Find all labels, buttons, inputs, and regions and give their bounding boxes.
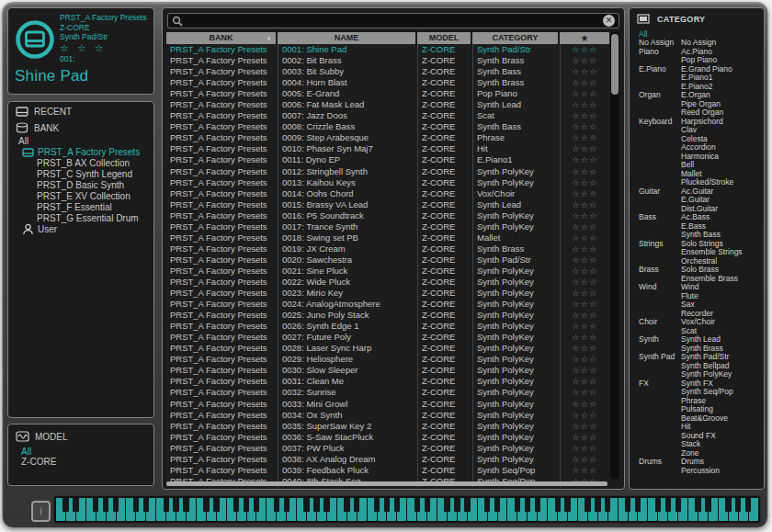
- piano-key-black[interactable]: [133, 498, 139, 512]
- piano-key-black[interactable]: [183, 498, 188, 512]
- piano-key-black[interactable]: [585, 498, 590, 512]
- vertical-scrollbar-thumb[interactable]: [611, 34, 619, 95]
- piano-key-white[interactable]: [648, 498, 657, 521]
- table-row[interactable]: PRST_A Factory Presets0005: E-GrandZ-COR…: [166, 88, 609, 99]
- table-row[interactable]: PRST_A Factory Presets0032: SunriseZ-COR…: [166, 387, 609, 398]
- category-sub-item[interactable]: Beat&Groove: [681, 414, 762, 424]
- piano-key-black[interactable]: [344, 498, 349, 512]
- piano-key-black[interactable]: [655, 498, 661, 512]
- cell-stars[interactable]: ☆☆☆: [560, 143, 609, 154]
- column-header-model[interactable]: MODEL: [417, 32, 471, 44]
- sidebar-bank-item[interactable]: PRST_C Synth Legend: [22, 169, 152, 180]
- table-row[interactable]: PRST_A Factory Presets0004: Horn BlastZ-…: [166, 77, 609, 88]
- piano-key-black[interactable]: [625, 498, 630, 512]
- table-row[interactable]: PRST_A Factory Presets0036: S-Saw StacPl…: [166, 432, 609, 443]
- sidebar-item-bank[interactable]: BANK: [16, 122, 59, 133]
- clear-search-icon[interactable]: ✕: [603, 15, 615, 27]
- cell-stars[interactable]: ☆☆☆: [560, 77, 609, 88]
- piano-key-white[interactable]: [267, 498, 276, 521]
- cell-stars[interactable]: ☆☆☆: [560, 255, 609, 266]
- piano-key-white[interactable]: [156, 498, 165, 521]
- category-group-label[interactable]: Wind: [639, 283, 681, 318]
- search-input[interactable]: [187, 15, 599, 27]
- piano-key-white[interactable]: [197, 498, 206, 521]
- table-row[interactable]: PRST_A Factory Presets0031: Clean MeZ-CO…: [166, 376, 609, 387]
- table-row[interactable]: PRST_A Factory Presets0006: Fat Mask Lea…: [166, 99, 609, 110]
- cell-stars[interactable]: ☆☆☆: [560, 310, 609, 321]
- cell-stars[interactable]: ☆☆☆: [560, 387, 609, 398]
- cell-stars[interactable]: ☆☆☆: [560, 399, 609, 410]
- piano-key-black[interactable]: [394, 498, 400, 512]
- sidebar-bank-item[interactable]: PRST_D Basic Synth: [22, 180, 152, 191]
- table-row[interactable]: PRST_A Factory Presets0010: Phaser Syn M…: [166, 143, 609, 154]
- cell-stars[interactable]: ☆☆☆: [560, 376, 609, 387]
- cell-stars[interactable]: ☆☆☆: [560, 421, 609, 432]
- cell-stars[interactable]: ☆☆☆: [560, 410, 609, 421]
- cell-stars[interactable]: ☆☆☆: [560, 266, 609, 277]
- piano-key-black[interactable]: [676, 498, 681, 512]
- category-group-label[interactable]: Organ: [639, 91, 681, 118]
- piano-key-black[interactable]: [164, 498, 169, 512]
- table-row[interactable]: PRST_A Factory Presets0007: Jazz DoosZ-C…: [166, 110, 609, 121]
- piano-key-black[interactable]: [103, 498, 108, 512]
- piano-key-black[interactable]: [274, 498, 279, 512]
- column-header-category[interactable]: CATEGORY: [472, 32, 558, 44]
- sidebar-bank-item[interactable]: PRST_A Factory Presets: [22, 147, 152, 158]
- piano-key-white[interactable]: [86, 498, 96, 521]
- table-row[interactable]: PRST_A Factory Presets0020: SawchestraZ-…: [166, 255, 609, 266]
- piano-key-black[interactable]: [705, 498, 710, 512]
- table-row[interactable]: PRST_A Factory Presets0017: Trance Synth…: [166, 221, 609, 232]
- table-row[interactable]: PRST_A Factory Presets0037: PW PluckZ-CO…: [166, 443, 609, 454]
- piano-key-black[interactable]: [635, 498, 641, 512]
- table-row[interactable]: PRST_A Factory Presets0033: Mini GrowlZ-…: [166, 399, 609, 410]
- piano-key-black[interactable]: [203, 498, 209, 512]
- table-row[interactable]: PRST_A Factory Presets0003: Bit SubbyZ-C…: [166, 66, 609, 77]
- cell-stars[interactable]: ☆☆☆: [560, 154, 609, 165]
- cell-stars[interactable]: ☆☆☆: [560, 465, 609, 476]
- piano-key-black[interactable]: [464, 498, 470, 512]
- table-row[interactable]: PRST_A Factory Presets0028: Laser Sync H…: [166, 343, 609, 354]
- piano-key-black[interactable]: [213, 498, 219, 512]
- table-row[interactable]: PRST_A Factory Presets0013: Kaihou KeysZ…: [166, 177, 609, 188]
- piano-key-black[interactable]: [414, 498, 420, 512]
- category-group-label[interactable]: Bass: [639, 213, 681, 240]
- column-header-bank[interactable]: BANK ∧: [166, 32, 276, 44]
- category-group-label[interactable]: Piano: [639, 48, 681, 65]
- piano-key-black[interactable]: [62, 498, 68, 512]
- piano-key-white[interactable]: [688, 498, 698, 521]
- piano-key-black[interactable]: [233, 498, 239, 512]
- category-group-label[interactable]: Brass: [639, 266, 681, 283]
- table-row[interactable]: PRST_A Factory Presets0022: Wide PluckZ-…: [166, 277, 609, 288]
- cell-stars[interactable]: ☆☆☆: [560, 177, 609, 188]
- table-row[interactable]: PRST_A Factory Presets0027: Future PolyZ…: [166, 332, 609, 343]
- category-group-label[interactable]: E.Piano: [639, 65, 681, 92]
- table-row[interactable]: PRST_A Factory Presets0001: Shine PadZ-C…: [166, 44, 609, 55]
- cell-stars[interactable]: ☆☆☆: [560, 321, 609, 332]
- table-row[interactable]: PRST_A Factory Presets0021: Sine PluckZ-…: [166, 266, 609, 277]
- table-row[interactable]: PRST_A Factory Presets0009: Step Arabesq…: [166, 132, 609, 143]
- sidebar-item-user[interactable]: User: [22, 223, 57, 235]
- piano-key-black[interactable]: [494, 498, 500, 512]
- cell-stars[interactable]: ☆☆☆: [560, 132, 609, 143]
- bank-filter-all[interactable]: All: [18, 136, 28, 146]
- category-group-label[interactable]: FX: [639, 379, 681, 458]
- piano-key-white[interactable]: [297, 498, 306, 521]
- piano-key-black[interactable]: [173, 498, 178, 512]
- category-group-label[interactable]: Synth: [639, 335, 681, 353]
- cell-stars[interactable]: ☆☆☆: [560, 354, 609, 365]
- table-row[interactable]: PRST_A Factory Presets0008: Crizzle Bass…: [166, 121, 609, 132]
- cell-stars[interactable]: ☆☆☆: [560, 454, 609, 465]
- cell-stars[interactable]: ☆☆☆: [560, 210, 609, 221]
- piano-key-black[interactable]: [595, 498, 600, 512]
- piano-key-black[interactable]: [425, 498, 430, 512]
- cell-stars[interactable]: ☆☆☆: [560, 110, 609, 121]
- cell-stars[interactable]: ☆☆☆: [560, 443, 609, 454]
- table-row[interactable]: PRST_A Factory Presets0018: Swing set PB…: [166, 232, 609, 243]
- piano-key-black[interactable]: [535, 498, 540, 512]
- cell-stars[interactable]: ☆☆☆: [560, 232, 609, 243]
- cell-stars[interactable]: ☆☆☆: [560, 432, 609, 443]
- piano-key-black[interactable]: [354, 498, 359, 512]
- table-row[interactable]: PRST_A Factory Presets0030: Slow Sleeper…: [166, 365, 609, 376]
- table-row[interactable]: PRST_A Factory Presets0026: Synth Edge 1…: [166, 321, 609, 332]
- piano-key-black[interactable]: [525, 498, 530, 512]
